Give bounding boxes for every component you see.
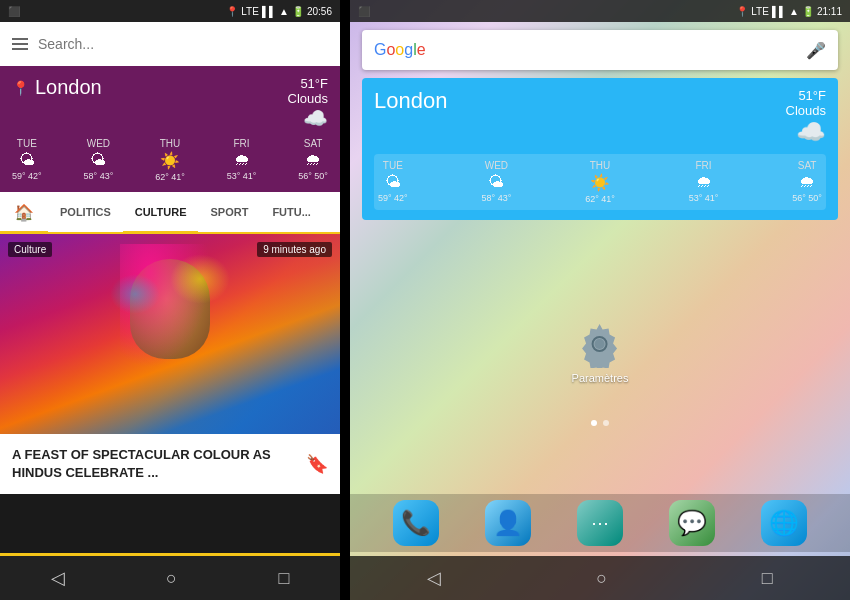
article-title: A FEAST OF SPECTACULAR COLOUR AS HINDUS … [12, 446, 296, 482]
tab-politics[interactable]: POLITICS [48, 192, 123, 232]
article-badge: Culture [8, 242, 52, 257]
nav-tabs: 🏠 POLITICS CULTURE SPORT FUTU... [0, 192, 340, 234]
recents-button[interactable]: □ [278, 568, 289, 589]
dot-2 [603, 420, 609, 426]
dock-contacts-app[interactable]: 👤 [485, 500, 531, 546]
contacts-icon: 👤 [493, 509, 523, 537]
city-name-right: London [374, 88, 447, 114]
cloud-icon-right: ☁️ [796, 118, 826, 145]
svg-point-2 [595, 339, 605, 349]
status-right-left-icons: ⬛ [358, 6, 370, 17]
dock-apps-drawer[interactable]: ⋯ [577, 500, 623, 546]
forecast-right-thu: THU ☀️ 62° 41° [585, 160, 615, 204]
google-search-bar[interactable]: Google 🎤 [362, 30, 838, 70]
location-pin-icon: 📍 [12, 80, 29, 96]
signal-icon-right: ▌▌ [772, 6, 786, 17]
forecast-day-thu: THU ☀️ 62° 41° [155, 138, 185, 182]
forecast-day-sat: SAT 🌧 56° 50° [298, 138, 328, 182]
search-bar-left [0, 22, 340, 66]
back-button[interactable]: ◁ [51, 567, 65, 589]
temperature: 51°F [288, 76, 328, 91]
app-dock: 📞 👤 ⋯ 💬 🌐 [350, 494, 850, 552]
pagination-dots [591, 420, 609, 426]
phone-left: ⬛ 📍 LTE ▌▌ ▲ 🔋 20:56 📍 London 51°F Cloud… [0, 0, 340, 600]
time-display-right: 21:11 [817, 6, 842, 17]
android-icon-right: ⬛ [358, 6, 370, 17]
cloud-icon: ☁️ [303, 107, 328, 129]
location-status-icon-right: 📍 [736, 6, 748, 17]
android-icon: ⬛ [8, 6, 20, 17]
weather-widget-right: London 51°F Clouds ☁️ TUE 🌤 59° 42° WED … [362, 78, 838, 220]
home-button[interactable]: ○ [166, 568, 177, 589]
city-name: London [35, 76, 102, 99]
wifi-icon: ▲ [279, 6, 289, 17]
dock-browser-app[interactable]: 🌐 [761, 500, 807, 546]
settings-label: Paramètres [572, 372, 629, 384]
forecast-day-wed: WED 🌤 58° 43° [84, 138, 114, 182]
bookmark-icon[interactable]: 🔖 [306, 453, 328, 475]
settings-gear-icon [576, 320, 624, 368]
forecast-day-tue: TUE 🌤 59° 42° [12, 138, 42, 182]
battery-icon-right: 🔋 [802, 6, 814, 17]
battery-icon: 🔋 [292, 6, 304, 17]
back-button-right[interactable]: ◁ [427, 567, 441, 589]
condition: Clouds [288, 91, 328, 106]
article-image: Culture 9 minutes ago [0, 234, 340, 434]
messaging-icon: 💬 [677, 509, 707, 537]
forecast-right-sat: SAT 🌧 56° 50° [792, 160, 822, 204]
condition-right: Clouds [786, 103, 826, 118]
bottom-nav-left: ◁ ○ □ [0, 556, 340, 600]
search-input[interactable] [38, 36, 328, 52]
dot-1 [591, 420, 597, 426]
dock-phone-app[interactable]: 📞 [393, 500, 439, 546]
dock-messaging-app[interactable]: 💬 [669, 500, 715, 546]
tab-sport[interactable]: SPORT [198, 192, 260, 232]
network-type-right: LTE [751, 6, 769, 17]
phone-icon: 📞 [401, 509, 431, 537]
status-bar-left: ⬛ 📍 LTE ▌▌ ▲ 🔋 20:56 [0, 0, 340, 22]
phone-divider [340, 0, 350, 600]
tab-home[interactable]: 🏠 [0, 193, 48, 233]
article-container[interactable]: Culture 9 minutes ago A FEAST OF SPECTAC… [0, 234, 340, 553]
time-display: 20:56 [307, 6, 332, 17]
status-right-right-icons: 📍 LTE ▌▌ ▲ 🔋 21:11 [736, 6, 842, 17]
mic-icon[interactable]: 🎤 [806, 41, 826, 60]
status-left-icons: ⬛ [8, 6, 20, 17]
apps-grid-icon: ⋯ [591, 512, 610, 534]
weather-widget-left: 📍 London 51°F Clouds ☁️ TUE 🌤 59° 42° WE… [0, 66, 340, 192]
browser-icon: 🌐 [769, 509, 799, 537]
forecast-row-left: TUE 🌤 59° 42° WED 🌤 58° 43° THU ☀️ 62° 4… [12, 138, 328, 182]
status-bar-right: ⬛ 📍 LTE ▌▌ ▲ 🔋 21:11 [350, 0, 850, 22]
forecast-row-right: TUE 🌤 59° 42° WED 🌤 58° 43° THU ☀️ 62° 4… [374, 154, 826, 210]
tab-culture[interactable]: CULTURE [123, 193, 199, 233]
wifi-icon-right: ▲ [789, 6, 799, 17]
signal-icon: ▌▌ [262, 6, 276, 17]
network-type: LTE [241, 6, 259, 17]
temperature-right: 51°F [786, 88, 826, 103]
phone-right: ⬛ 📍 LTE ▌▌ ▲ 🔋 21:11 Google 🎤 London [350, 0, 850, 600]
tab-future[interactable]: FUTU... [260, 192, 323, 232]
menu-button[interactable] [12, 38, 28, 50]
forecast-right-tue: TUE 🌤 59° 42° [378, 160, 408, 204]
status-right-icons: 📍 LTE ▌▌ ▲ 🔋 20:56 [226, 6, 332, 17]
settings-area[interactable]: Paramètres [572, 320, 629, 384]
article-timestamp: 9 minutes ago [257, 242, 332, 257]
recents-button-right[interactable]: □ [762, 568, 773, 589]
forecast-day-fri: FRI 🌧 53° 41° [227, 138, 257, 182]
google-logo: Google [374, 41, 426, 59]
bottom-nav-right: ◁ ○ □ [350, 556, 850, 600]
location-status-icon: 📍 [226, 6, 238, 17]
article-caption[interactable]: A FEAST OF SPECTACULAR COLOUR AS HINDUS … [0, 434, 340, 494]
home-button-right[interactable]: ○ [596, 568, 607, 589]
forecast-right-wed: WED 🌤 58° 43° [482, 160, 512, 204]
forecast-right-fri: FRI 🌧 53° 41° [689, 160, 719, 204]
